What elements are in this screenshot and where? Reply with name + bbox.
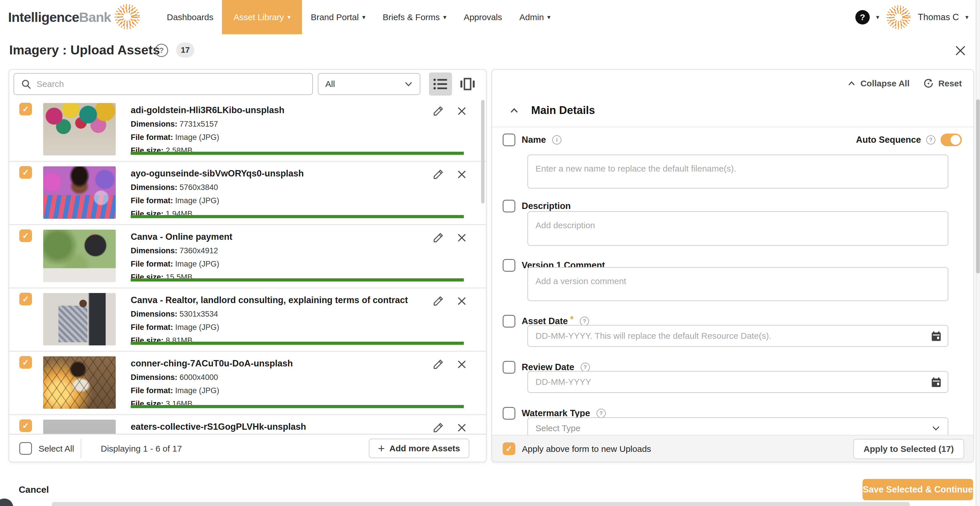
carousel-view-button[interactable]: [456, 73, 479, 95]
asset-checkbox[interactable]: ✓: [19, 293, 32, 306]
description-field-checkbox[interactable]: [503, 200, 515, 212]
pencil-icon: [432, 358, 444, 371]
description-input[interactable]: [527, 211, 948, 246]
asset-thumbnail[interactable]: [43, 356, 116, 409]
bottom-edge-bar: [52, 502, 910, 506]
asset-name: conner-ching-7ACuT0u-DoA-unsplash: [131, 358, 417, 369]
watermark-type-checkbox[interactable]: [503, 407, 515, 420]
version-comment-input[interactable]: [527, 267, 948, 301]
asset-format: File format: Image (JPG): [131, 386, 417, 395]
toggle-knob: [951, 135, 961, 145]
page-help-icon[interactable]: ?: [155, 44, 168, 57]
nav-item-dashboards[interactable]: Dashboards: [158, 0, 222, 34]
x-icon: [456, 359, 467, 370]
x-icon: [456, 296, 467, 307]
asset-checkbox[interactable]: ✓: [19, 356, 32, 369]
asset-thumbnail[interactable]: [43, 230, 116, 282]
remove-button[interactable]: [455, 105, 468, 118]
nav-item-asset-library[interactable]: Asset Library ▾: [222, 0, 302, 34]
reset-button[interactable]: Reset: [923, 78, 962, 89]
asset-thumbnail[interactable]: [43, 293, 116, 345]
help-icon[interactable]: ?: [855, 10, 870, 24]
version-comment-checkbox[interactable]: [503, 259, 515, 272]
upload-form-panel: Collapse All Reset Main Details Name i A…: [492, 69, 974, 462]
remove-button[interactable]: [455, 168, 468, 181]
asset-date-input[interactable]: [536, 331, 915, 341]
question-icon[interactable]: ?: [597, 409, 606, 418]
asset-thumbnail[interactable]: [43, 166, 116, 219]
pencil-icon: [432, 295, 444, 307]
asset-thumbnail[interactable]: [43, 103, 116, 156]
asset-row: ✓ ayo-ogunseinde-sibVwORYqs0-unsplash Di…: [9, 162, 486, 225]
auto-sequence-toggle[interactable]: [940, 134, 962, 146]
chevron-up-icon: [847, 79, 856, 88]
edit-button[interactable]: [432, 168, 444, 181]
asset-row: ✓ Canva - Online payment Dimensions: 736…: [9, 225, 486, 288]
list-view-icon: [433, 78, 448, 91]
caret-down-icon[interactable]: ▾: [965, 14, 969, 21]
asset-list-footer: Select All Displaying 1 - 6 of 17 + Add …: [9, 434, 486, 461]
asset-format: File format: Image (JPG): [131, 259, 417, 269]
caret-down-icon[interactable]: ▾: [876, 14, 879, 21]
save-selected-continue-button[interactable]: Save Selected & Continue: [862, 479, 973, 500]
check-icon: ✓: [22, 105, 29, 114]
remove-button[interactable]: [455, 231, 468, 244]
nav-item-brand-portal[interactable]: Brand Portal ▾: [302, 0, 374, 34]
question-icon[interactable]: ?: [926, 135, 935, 145]
question-icon[interactable]: ?: [580, 317, 589, 326]
edit-button[interactable]: [432, 422, 444, 434]
asset-checkbox[interactable]: ✓: [19, 103, 32, 115]
list-scrollbar[interactable]: [481, 100, 485, 204]
apply-form-checkbox[interactable]: ✓: [503, 442, 515, 455]
asset-dimensions: Dimensions: 7731x5157: [131, 119, 417, 129]
remove-button[interactable]: [455, 358, 468, 371]
filter-dropdown[interactable]: All: [318, 73, 420, 95]
avatar[interactable]: [886, 4, 912, 30]
asset-date-checkbox[interactable]: [503, 315, 515, 328]
page-scrollbar-track[interactable]: [976, 0, 980, 506]
edit-button[interactable]: [432, 231, 444, 244]
intelligencebank-logo[interactable]: IntelligenceBank: [8, 0, 140, 34]
starburst-logo-icon: [114, 3, 140, 31]
asset-row: ✓ conner-ching-7ACuT0u-DoA-unsplash Dime…: [9, 352, 486, 415]
remove-button[interactable]: [455, 422, 468, 434]
nav-item-briefs-forms[interactable]: Briefs & Forms ▾: [374, 0, 455, 34]
collapse-all-button[interactable]: Collapse All: [847, 79, 910, 88]
nav-item-approvals[interactable]: Approvals: [455, 0, 511, 34]
edit-button[interactable]: [432, 295, 444, 307]
question-icon[interactable]: ?: [581, 363, 590, 372]
info-icon[interactable]: i: [552, 135, 562, 145]
name-input[interactable]: [527, 154, 948, 189]
x-icon: [456, 106, 467, 116]
asset-checkbox[interactable]: ✓: [19, 419, 32, 432]
calendar-icon[interactable]: [930, 330, 943, 343]
cancel-button[interactable]: Cancel: [19, 484, 49, 495]
x-icon: [456, 422, 467, 433]
search-input[interactable]: [37, 79, 296, 89]
user-name[interactable]: Thomas C: [918, 12, 959, 22]
asset-checkbox[interactable]: ✓: [19, 166, 32, 179]
nav-item-admin[interactable]: Admin ▾: [511, 0, 559, 34]
edit-button[interactable]: [432, 358, 444, 371]
calendar-icon[interactable]: [930, 376, 943, 389]
remove-button[interactable]: [455, 295, 468, 307]
chevron-down-icon: [931, 423, 942, 434]
edit-button[interactable]: [432, 105, 444, 118]
review-date-checkbox[interactable]: [503, 361, 515, 374]
asset-format: File format: Image (JPG): [131, 196, 417, 205]
check-icon: ✓: [506, 444, 512, 453]
chat-widget-icon[interactable]: [0, 498, 13, 506]
list-view-button[interactable]: [429, 73, 452, 95]
apply-to-selected-button[interactable]: Apply to Selected (17): [853, 439, 964, 459]
page-scrollbar-thumb[interactable]: [976, 99, 980, 274]
close-icon[interactable]: [953, 44, 967, 57]
top-navigation-bar: IntelligenceBank Dashboards Asset Librar…: [0, 0, 980, 34]
add-more-assets-button[interactable]: + Add more Assets: [369, 439, 469, 458]
x-icon: [456, 232, 467, 243]
select-all-checkbox[interactable]: [19, 442, 32, 455]
name-field-checkbox[interactable]: [503, 134, 515, 146]
asset-thumbnail[interactable]: [43, 420, 116, 435]
asset-checkbox[interactable]: ✓: [19, 229, 32, 242]
review-date-input[interactable]: [536, 377, 915, 387]
chevron-up-icon[interactable]: [509, 105, 520, 116]
